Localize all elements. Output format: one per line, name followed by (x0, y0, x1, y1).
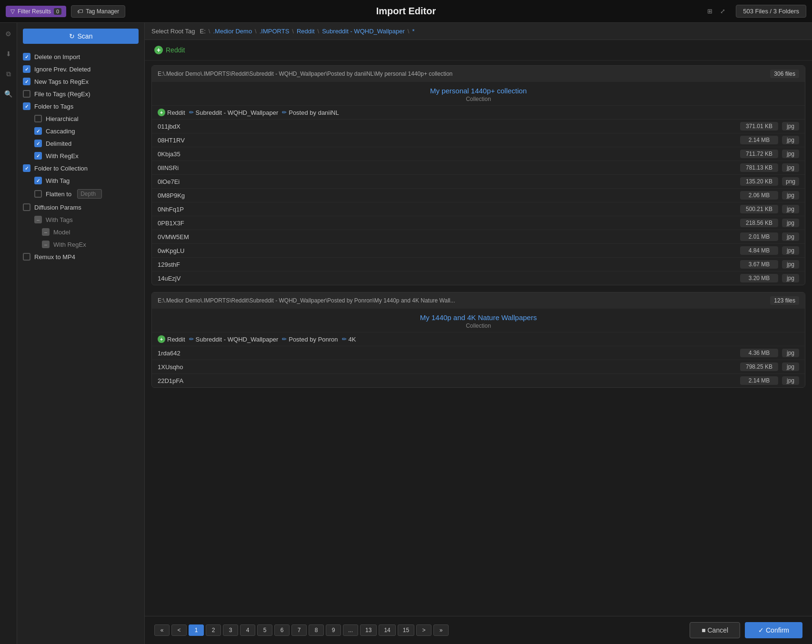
checkbox-diffusion-params[interactable] (23, 203, 30, 211)
settings-icon[interactable]: ⚙ (3, 29, 14, 39)
page-4-button[interactable]: 4 (240, 624, 255, 636)
label-diffusion-params: Diffusion Params (34, 204, 81, 211)
path-reddit[interactable]: Reddit (297, 28, 315, 35)
plus-circle-icon: + (154, 46, 163, 54)
path-wildcard[interactable]: * (412, 28, 414, 35)
label-file-to-tags-regex: File to Tags (RegEx) (34, 91, 90, 98)
tag-reddit-2: + Reddit (158, 335, 185, 343)
tag-manager-button[interactable]: 🏷 Tag Manager (71, 5, 125, 18)
expand-icon[interactable]: ⤢ (720, 8, 725, 15)
checkbox-with-tag[interactable] (34, 177, 42, 184)
file-meta: 3.20 MB jpg (740, 274, 799, 282)
file-row: 0VMW5EM 2.01 MB jpg (152, 230, 805, 244)
confirm-button[interactable]: ✓ Confirm (745, 622, 802, 638)
path-medior-demo[interactable]: .Medior Demo (213, 28, 252, 35)
file-ext: jpg (782, 122, 799, 131)
checkbox-ignore-prev-deleted[interactable] (23, 65, 30, 73)
file-row: 1rda642 4.36 MB jpg (152, 346, 805, 360)
page-15-button[interactable]: 15 (398, 624, 414, 636)
file-size: 798.25 KB (740, 362, 778, 371)
page-8-button[interactable]: 8 (309, 624, 324, 636)
tag-edit-icon-3: ✏ (189, 336, 194, 342)
checkbox-hierarchical[interactable] (34, 115, 42, 122)
file-row: 0PB1X3F 218.56 KB jpg (152, 216, 805, 230)
file-name: 0wKpgLU (158, 247, 184, 254)
file-row: 011jbdX 371.01 KB jpg (152, 120, 805, 133)
file-ext: jpg (782, 246, 799, 255)
page-prev-button[interactable]: < (171, 624, 187, 636)
file-row: 14uEzjV 3.20 MB jpg (152, 272, 805, 285)
file-size: 711.72 KB (740, 150, 778, 158)
page-9-button[interactable]: 9 (326, 624, 341, 636)
path-subreddit[interactable]: Subreddit - WQHD_Wallpaper (322, 28, 405, 35)
depth-input[interactable] (77, 189, 102, 199)
checkbox-file-to-tags-regex[interactable] (23, 90, 30, 98)
path-sep1: \ (209, 28, 211, 35)
file-ext: jpg (782, 260, 799, 269)
file-size: 135.20 KB (740, 177, 778, 186)
grid-icon[interactable]: ⊞ (707, 8, 712, 15)
page-7-button[interactable]: 7 (291, 624, 307, 636)
collection-name-1[interactable]: My personal 1440p+ collection (158, 87, 799, 95)
tag-manager-label: Tag Manager (86, 8, 119, 15)
page-1-button[interactable]: 1 (189, 624, 204, 636)
checkbox-folder-to-collection[interactable] (23, 164, 30, 172)
checkbox-delete-on-import[interactable] (23, 53, 30, 60)
checkbox-folder-to-tags[interactable] (23, 102, 30, 110)
filter-results-button[interactable]: ▽ Filter Results 0 (6, 6, 66, 17)
checkbox-remux-to-mp4[interactable] (23, 253, 30, 261)
collection-path-2: E:\.Medior Demo\.IMPORTS\Reddit\Subreddi… (158, 297, 455, 304)
collection-name-2[interactable]: My 1440p and 4K Nature Wallpapers (158, 313, 799, 322)
checkbox-with-tags[interactable] (34, 216, 42, 223)
cancel-button[interactable]: ■ Cancel (690, 622, 740, 638)
file-name: 011jbdX (158, 123, 180, 130)
scan-button[interactable]: ↻ Scan (23, 29, 139, 44)
layers-icon[interactable]: ⧉ (3, 69, 14, 79)
page-13-button[interactable]: 13 (360, 624, 377, 636)
page-5-button[interactable]: 5 (257, 624, 272, 636)
file-meta: 2.06 MB jpg (740, 191, 799, 200)
checkbox-model[interactable] (42, 228, 50, 236)
checkbox-with-regex2[interactable] (42, 241, 50, 248)
file-name: 0M8P9Kg (158, 192, 185, 199)
label-delimited: Delimited (46, 140, 71, 147)
root-tag-button[interactable]: + Reddit (151, 44, 188, 56)
option-folder-to-tags: Folder to Tags (23, 100, 139, 112)
file-meta: 135.20 KB png (740, 177, 799, 186)
label-delete-on-import: Delete on Import (34, 53, 80, 60)
checkbox-new-tags-to-regex[interactable] (23, 78, 30, 85)
file-ext: jpg (782, 232, 799, 241)
main-content: Select Root Tag E: \ .Medior Demo \ .IMP… (145, 23, 812, 644)
tag-posted-1: ✏ Posted by daniiNL (282, 109, 339, 116)
file-size: 3.20 MB (740, 274, 778, 282)
page-last-button[interactable]: » (433, 624, 449, 636)
root-tag-row: + Reddit (145, 40, 812, 60)
file-name: 22D1pFA (158, 377, 183, 384)
checkbox-delimited[interactable] (34, 140, 42, 147)
checkbox-cascading[interactable] (34, 127, 42, 135)
collection-path-bar-1: E:\.Medior Demo\.IMPORTS\Reddit\Subreddi… (152, 66, 805, 82)
checkbox-flatten-to-depth[interactable] (34, 190, 42, 198)
file-size: 2.01 MB (740, 232, 778, 241)
label-new-tags-to-regex: New Tags to RegEx (34, 78, 89, 85)
root-tag-label: Reddit (166, 46, 185, 54)
top-bar-icons: ⊞ ⤢ (707, 8, 725, 15)
page-3-button[interactable]: 3 (223, 624, 238, 636)
page-2-button[interactable]: 2 (206, 624, 221, 636)
checkbox-with-regex[interactable] (34, 152, 42, 160)
collection-path-1: E:\.Medior Demo\.IMPORTS\Reddit\Subreddi… (158, 70, 452, 77)
search-icon[interactable]: 🔍 (3, 89, 14, 99)
tag-edit-icon-4: ✏ (282, 336, 287, 342)
label-model: Model (53, 229, 70, 236)
page-14-button[interactable]: 14 (379, 624, 395, 636)
file-size: 2.14 MB (740, 376, 778, 385)
label-cascading: Cascading (46, 128, 75, 135)
main-layout: ⚙ ⬇ ⧉ 🔍 ↻ Scan Delete on Import Ignore P… (0, 23, 812, 644)
download-icon[interactable]: ⬇ (3, 49, 14, 59)
page-6-button[interactable]: 6 (274, 624, 290, 636)
path-imports[interactable]: .IMPORTS (260, 28, 290, 35)
option-with-regex: With RegEx (23, 150, 139, 162)
page-next-button[interactable]: > (416, 624, 431, 636)
page-first-button[interactable]: « (154, 624, 170, 636)
label-folder-to-collection: Folder to Collection (34, 165, 88, 172)
